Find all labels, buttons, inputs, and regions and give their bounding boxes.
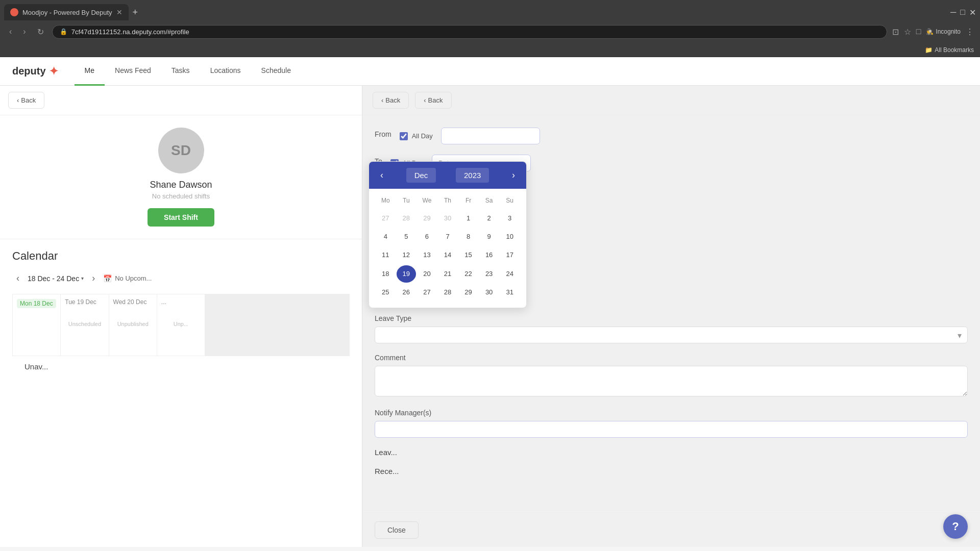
bookmarks-label[interactable]: All Bookmarks (935, 46, 974, 54)
maximize-button[interactable]: □ (960, 8, 965, 17)
form-panel: From All Day Sat 12/23/23 To All Day (362, 115, 980, 513)
reload-button[interactable]: ↻ (34, 25, 47, 39)
chevron-left-icon: ‹ (17, 96, 19, 104)
right-back-button-2[interactable]: ‹ Back (415, 92, 451, 109)
day-cell[interactable]: 30 (479, 284, 499, 301)
bookmark-icon[interactable]: ☆ (904, 27, 911, 37)
minimize-button[interactable]: ─ (950, 8, 956, 17)
calendar-prev-button[interactable]: ‹ (12, 271, 23, 286)
right-back-button-1[interactable]: ‹ Back (373, 92, 409, 109)
left-back-button[interactable]: ‹ Back (8, 92, 44, 109)
day-cell[interactable]: 30 (438, 210, 458, 227)
day-cell[interactable]: 27 (376, 210, 396, 227)
day-cell[interactable]: 10 (500, 228, 520, 245)
day-cell[interactable]: 8 (458, 228, 478, 245)
day-cell[interactable]: 7 (438, 228, 458, 245)
week-day-header-thu: ... (161, 298, 201, 306)
day-cell[interactable]: 22 (458, 265, 478, 283)
day-cell[interactable]: 26 (397, 284, 416, 301)
day-cell[interactable]: 17 (500, 246, 520, 264)
day-cell[interactable]: 1 (458, 210, 478, 227)
unpublished-label-wed: Unpublished (113, 321, 153, 327)
tab-close-button[interactable]: ✕ (116, 8, 122, 16)
nav-link-schedule[interactable]: Schedule (251, 57, 301, 86)
day-cell[interactable]: 19 (397, 265, 416, 283)
day-cell[interactable]: 28 (397, 210, 416, 227)
day-cell[interactable]: 15 (458, 246, 478, 264)
no-shifts-label: No scheduled shifts (152, 192, 210, 200)
day-cell[interactable]: 12 (397, 246, 416, 264)
unavailability-label: Unav... (24, 362, 337, 371)
close-window-button[interactable]: ✕ (969, 8, 976, 17)
day-cell[interactable]: 21 (438, 265, 458, 283)
day-cell[interactable]: 29 (458, 284, 478, 301)
main-nav: Me News Feed Tasks Locations Schedule (75, 57, 301, 86)
url-text: 7cf47d19112152.na.deputy.com/#profile (71, 28, 189, 36)
day-header-we: We (416, 195, 437, 206)
datepicker-prev-button[interactable]: ‹ (377, 169, 386, 182)
start-shift-button[interactable]: Start Shift (148, 208, 214, 227)
address-bar[interactable]: 🔒 7cf47d19112152.na.deputy.com/#profile (52, 25, 887, 39)
calendar-date-range[interactable]: 18 Dec - 24 Dec ▾ (28, 274, 84, 283)
recent-label: Rece... (375, 467, 968, 475)
logo-star-icon: ✦ (49, 65, 58, 78)
nav-link-tasks[interactable]: Tasks (161, 57, 200, 86)
user-name: Shane Dawson (150, 180, 212, 190)
day-cell[interactable]: 29 (417, 210, 437, 227)
nav-link-newsfeed[interactable]: News Feed (105, 57, 161, 86)
week-day-tue: Tue 19 Dec Unscheduled (61, 294, 108, 356)
day-header-fr: Fr (458, 195, 479, 206)
close-button[interactable]: Close (375, 521, 419, 539)
back-navigation-button[interactable]: ‹ (6, 25, 15, 38)
day-cell[interactable]: 31 (500, 284, 520, 301)
unavailability-section: Unav... (12, 356, 350, 377)
right-panel: ‹ Back ‹ Back From All Day Sat 12/2 (362, 86, 980, 547)
day-cell[interactable]: 2 (479, 210, 499, 227)
from-allday-label: All Day (412, 132, 433, 140)
comment-row: Comment (375, 354, 968, 398)
notify-input[interactable] (375, 421, 968, 438)
day-cell[interactable]: 9 (479, 228, 499, 245)
day-cell[interactable]: 18 (376, 265, 396, 283)
calendar-next-button[interactable]: › (88, 271, 99, 286)
datepicker-month-button[interactable]: Dec (406, 168, 436, 183)
chevron-down-icon: ▾ (81, 276, 84, 281)
leave-type-label: Leave Type (375, 314, 968, 322)
form-footer: Close Add (362, 513, 980, 547)
profile-icon[interactable]: □ (916, 27, 921, 36)
day-cell[interactable]: 28 (438, 284, 458, 301)
from-allday-checkbox[interactable] (400, 132, 408, 140)
day-cell[interactable]: 25 (376, 284, 396, 301)
extensions-icon[interactable]: ⋮ (966, 27, 974, 37)
day-cell[interactable]: 14 (438, 246, 458, 264)
forward-navigation-button[interactable]: › (20, 25, 29, 38)
new-tab-button[interactable]: + (129, 7, 142, 18)
day-cell[interactable]: 24 (500, 265, 520, 283)
avatar: SD (158, 128, 204, 173)
comment-label: Comment (375, 354, 968, 362)
day-cell[interactable]: 6 (417, 228, 437, 245)
datepicker-next-button[interactable]: › (509, 169, 518, 182)
day-cell[interactable]: 4 (376, 228, 396, 245)
comment-textarea[interactable] (375, 366, 968, 396)
from-date-input[interactable]: Sat 12/23/23 (441, 128, 540, 144)
datepicker-year-button[interactable]: 2023 (456, 168, 489, 183)
cast-icon[interactable]: ⊡ (892, 27, 899, 37)
day-cell[interactable]: 20 (417, 265, 437, 283)
nav-link-me[interactable]: Me (75, 57, 105, 86)
help-button[interactable]: ? (943, 514, 968, 539)
day-cell[interactable]: 16 (479, 246, 499, 264)
day-cell[interactable]: 13 (417, 246, 437, 264)
tab-favicon (10, 8, 18, 16)
day-cell[interactable]: 27 (417, 284, 437, 301)
day-cell[interactable]: 5 (397, 228, 416, 245)
day-cell[interactable]: 11 (376, 246, 396, 264)
nav-link-locations[interactable]: Locations (200, 57, 251, 86)
browser-tab[interactable]: Moodjoy - Powered By Deputy ✕ (4, 4, 129, 20)
day-header-tu: Tu (396, 195, 417, 206)
day-cell[interactable]: 3 (500, 210, 520, 227)
day-header-mo: Mo (375, 195, 396, 206)
browser-tab-bar: Moodjoy - Powered By Deputy ✕ + ─ □ ✕ (0, 0, 980, 20)
leave-type-select[interactable] (375, 327, 968, 343)
day-cell[interactable]: 23 (479, 265, 499, 283)
